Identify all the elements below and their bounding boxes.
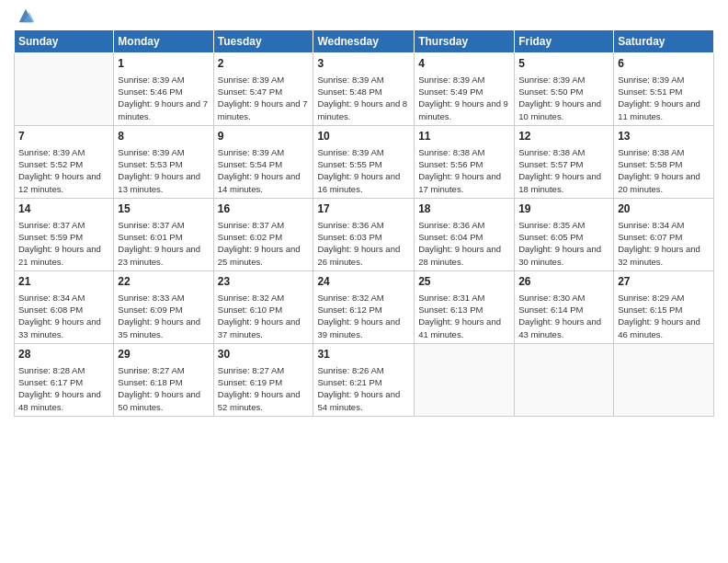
sunrise: Sunrise: 8:39 AM	[118, 75, 184, 85]
daylight: Daylight: 9 hours and 50 minutes.	[118, 389, 200, 411]
sunrise: Sunrise: 8:35 AM	[518, 220, 585, 230]
day-number: 25	[418, 274, 510, 290]
sunset: Sunset: 5:55 PM	[317, 159, 381, 169]
calendar-header-row: SundayMondayTuesdayWednesdayThursdayFrid…	[15, 30, 714, 53]
calendar-cell: 17Sunrise: 8:36 AMSunset: 6:03 PMDayligh…	[313, 198, 415, 270]
daylight: Daylight: 9 hours and 18 minutes.	[518, 171, 601, 193]
sunrise: Sunrise: 8:39 AM	[218, 147, 284, 157]
calendar-cell	[415, 343, 515, 416]
daylight: Daylight: 9 hours and 41 minutes.	[418, 316, 501, 339]
calendar-cell	[614, 343, 714, 416]
day-number: 26	[518, 274, 609, 290]
day-number: 5	[518, 56, 609, 72]
day-number: 31	[317, 347, 410, 362]
sunset: Sunset: 6:17 PM	[18, 377, 83, 387]
calendar-cell: 7Sunrise: 8:39 AMSunset: 5:52 PMDaylight…	[15, 125, 114, 198]
calendar-cell: 23Sunrise: 8:32 AMSunset: 6:10 PMDayligh…	[213, 270, 313, 343]
logo	[14, 9, 36, 22]
sunset: Sunset: 5:50 PM	[518, 86, 583, 97]
calendar-cell: 2Sunrise: 8:39 AMSunset: 5:47 PMDaylight…	[213, 53, 313, 126]
day-number: 22	[118, 274, 209, 290]
sunset: Sunset: 5:54 PM	[218, 159, 282, 169]
sunset: Sunset: 6:07 PM	[618, 232, 682, 242]
day-number: 2	[218, 56, 310, 72]
calendar-cell: 14Sunrise: 8:37 AMSunset: 5:59 PMDayligh…	[15, 198, 114, 270]
daylight: Daylight: 9 hours and 32 minutes.	[618, 244, 700, 266]
daylight: Daylight: 9 hours and 26 minutes.	[317, 244, 400, 266]
sunrise: Sunrise: 8:29 AM	[618, 293, 684, 303]
calendar-cell: 12Sunrise: 8:38 AMSunset: 5:57 PMDayligh…	[515, 125, 614, 198]
week-row-4: 21Sunrise: 8:34 AMSunset: 6:08 PMDayligh…	[15, 270, 714, 343]
sunrise: Sunrise: 8:33 AM	[118, 293, 184, 303]
header	[14, 9, 714, 22]
day-number: 27	[618, 274, 710, 290]
day-number: 23	[218, 274, 310, 290]
sunrise: Sunrise: 8:38 AM	[618, 147, 684, 157]
daylight: Daylight: 9 hours and 20 minutes.	[618, 171, 700, 193]
week-row-2: 7Sunrise: 8:39 AMSunset: 5:52 PMDaylight…	[15, 125, 714, 198]
day-number: 6	[618, 56, 710, 72]
sunset: Sunset: 6:03 PM	[317, 232, 381, 242]
sunset: Sunset: 6:15 PM	[618, 304, 682, 315]
daylight: Daylight: 9 hours and 21 minutes.	[18, 244, 101, 266]
calendar-cell: 19Sunrise: 8:35 AMSunset: 6:05 PMDayligh…	[515, 198, 614, 270]
sunset: Sunset: 6:02 PM	[218, 232, 282, 242]
daylight: Daylight: 9 hours and 13 minutes.	[118, 171, 200, 193]
daylight: Daylight: 9 hours and 28 minutes.	[418, 244, 501, 266]
sunset: Sunset: 6:19 PM	[218, 377, 282, 387]
calendar-cell: 8Sunrise: 8:39 AMSunset: 5:53 PMDaylight…	[114, 125, 213, 198]
daylight: Daylight: 9 hours and 54 minutes.	[317, 389, 400, 411]
day-number: 13	[618, 129, 710, 144]
day-number: 8	[118, 129, 209, 144]
sunset: Sunset: 5:59 PM	[18, 232, 83, 242]
day-number: 21	[18, 274, 109, 290]
sunrise: Sunrise: 8:36 AM	[418, 220, 484, 230]
day-number: 16	[218, 201, 310, 217]
calendar-cell: 20Sunrise: 8:34 AMSunset: 6:07 PMDayligh…	[614, 198, 714, 270]
sunrise: Sunrise: 8:37 AM	[218, 220, 284, 230]
sunrise: Sunrise: 8:39 AM	[317, 147, 383, 157]
day-number: 14	[18, 201, 109, 217]
sunrise: Sunrise: 8:39 AM	[518, 75, 585, 85]
calendar-cell: 26Sunrise: 8:30 AMSunset: 6:14 PMDayligh…	[515, 270, 614, 343]
calendar-cell: 6Sunrise: 8:39 AMSunset: 5:51 PMDaylight…	[614, 53, 714, 126]
sunset: Sunset: 6:13 PM	[418, 304, 483, 315]
sunset: Sunset: 5:56 PM	[418, 159, 483, 169]
sunset: Sunset: 6:12 PM	[317, 304, 381, 315]
calendar-cell: 16Sunrise: 8:37 AMSunset: 6:02 PMDayligh…	[213, 198, 313, 270]
sunrise: Sunrise: 8:31 AM	[418, 293, 484, 303]
daylight: Daylight: 9 hours and 33 minutes.	[18, 316, 101, 339]
day-number: 28	[18, 347, 109, 362]
day-number: 15	[118, 201, 209, 217]
day-number: 1	[118, 56, 209, 72]
day-header-monday: Monday	[114, 30, 213, 53]
sunset: Sunset: 6:08 PM	[18, 304, 83, 315]
calendar-cell: 9Sunrise: 8:39 AMSunset: 5:54 PMDaylight…	[213, 125, 313, 198]
daylight: Daylight: 9 hours and 48 minutes.	[18, 389, 101, 411]
calendar-cell: 3Sunrise: 8:39 AMSunset: 5:48 PMDaylight…	[313, 53, 415, 126]
daylight: Daylight: 9 hours and 10 minutes.	[518, 98, 601, 121]
day-header-friday: Friday	[515, 30, 614, 53]
calendar-cell: 10Sunrise: 8:39 AMSunset: 5:55 PMDayligh…	[313, 125, 415, 198]
sunset: Sunset: 6:10 PM	[218, 304, 282, 315]
sunset: Sunset: 5:52 PM	[18, 159, 83, 169]
calendar-cell: 29Sunrise: 8:27 AMSunset: 6:18 PMDayligh…	[114, 343, 213, 416]
day-number: 17	[317, 201, 410, 217]
day-number: 18	[418, 201, 510, 217]
daylight: Daylight: 9 hours and 37 minutes.	[218, 316, 301, 339]
day-number: 29	[118, 347, 209, 362]
day-header-saturday: Saturday	[614, 30, 714, 53]
day-number: 24	[317, 274, 410, 290]
sunrise: Sunrise: 8:39 AM	[118, 147, 184, 157]
daylight: Daylight: 9 hours and 9 minutes.	[418, 98, 508, 121]
sunset: Sunset: 5:48 PM	[317, 86, 381, 97]
daylight: Daylight: 9 hours and 7 minutes.	[118, 98, 208, 121]
sunset: Sunset: 6:18 PM	[118, 377, 182, 387]
calendar-cell: 25Sunrise: 8:31 AMSunset: 6:13 PMDayligh…	[415, 270, 515, 343]
calendar-cell: 30Sunrise: 8:27 AMSunset: 6:19 PMDayligh…	[213, 343, 313, 416]
calendar-cell: 18Sunrise: 8:36 AMSunset: 6:04 PMDayligh…	[415, 198, 515, 270]
sunset: Sunset: 5:46 PM	[118, 86, 182, 97]
sunrise: Sunrise: 8:39 AM	[218, 75, 284, 85]
day-header-sunday: Sunday	[15, 30, 114, 53]
sunset: Sunset: 5:57 PM	[518, 159, 583, 169]
